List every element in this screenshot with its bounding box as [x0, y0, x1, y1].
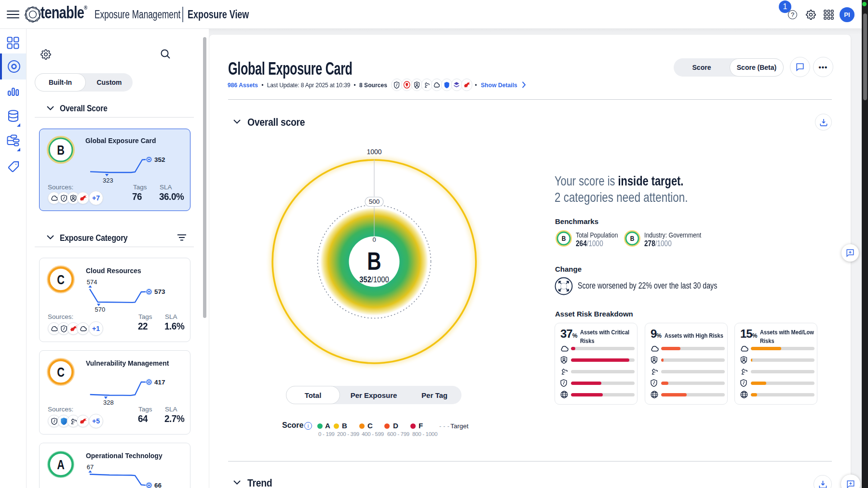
svg-text:67: 67: [87, 463, 94, 471]
svg-text:1000: 1000: [366, 148, 381, 156]
svg-text:574: 574: [87, 278, 97, 286]
svg-text:352/1000: 352/1000: [359, 275, 389, 284]
svg-text:A: A: [57, 458, 65, 472]
svg-text:323: 323: [103, 177, 113, 184]
svg-text:C: C: [57, 365, 65, 380]
svg-text:C: C: [57, 273, 65, 287]
svg-text:B: B: [562, 235, 566, 242]
svg-text:352: 352: [154, 156, 165, 163]
svg-text:B: B: [630, 235, 635, 242]
svg-text:B: B: [367, 247, 381, 275]
svg-text:0: 0: [372, 236, 376, 243]
svg-text:328: 328: [103, 399, 114, 406]
svg-text:500: 500: [369, 198, 380, 205]
svg-text:417: 417: [154, 379, 165, 386]
svg-text:66: 66: [154, 482, 162, 488]
svg-text:573: 573: [154, 288, 165, 295]
svg-text:570: 570: [95, 306, 106, 313]
svg-text:B: B: [57, 143, 65, 158]
